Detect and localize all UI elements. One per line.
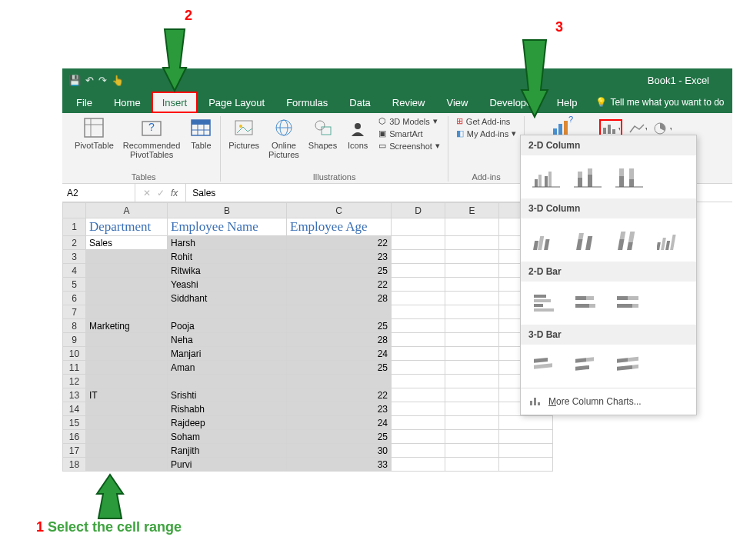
cell[interactable] — [445, 264, 499, 278]
stacked-bar-2d[interactable] — [573, 291, 602, 315]
row-header[interactable]: 18 — [63, 458, 86, 472]
cell[interactable] — [445, 444, 499, 458]
online-pictures-button[interactable]: Online Pictures — [268, 116, 299, 159]
row-header[interactable]: 15 — [63, 416, 86, 430]
save-icon[interactable]: 💾 — [68, 75, 81, 86]
column-header-C[interactable]: C — [287, 203, 392, 218]
clustered-bar-3d[interactable] — [532, 354, 561, 378]
cell[interactable] — [499, 430, 553, 444]
cell[interactable] — [445, 458, 499, 472]
cell[interactable]: Sales — [86, 236, 168, 250]
column-header-E[interactable]: E — [445, 203, 499, 218]
cell[interactable] — [445, 402, 499, 416]
stacked-column-3d[interactable] — [573, 228, 602, 252]
select-all-button[interactable] — [63, 203, 86, 218]
cell[interactable]: Employee Age — [287, 218, 392, 236]
recommended-pivottables-button[interactable]: ? Recommended PivotTables — [123, 116, 181, 159]
tell-me-search[interactable]: 💡 Tell me what you want to do — [595, 92, 724, 113]
more-column-charts[interactable]: More Column Charts... — [521, 388, 696, 415]
cell[interactable] — [86, 402, 168, 416]
cell[interactable] — [392, 305, 445, 319]
cell[interactable] — [86, 416, 168, 430]
row-header[interactable]: 4 — [63, 264, 86, 278]
cell[interactable] — [86, 250, 168, 264]
tab-formulas[interactable]: Formulas — [275, 92, 338, 113]
cell[interactable]: 22 — [287, 236, 392, 250]
cell[interactable] — [499, 458, 553, 472]
cell[interactable] — [392, 250, 445, 264]
redo-icon[interactable]: ↷ — [98, 75, 107, 86]
cell[interactable]: Harsh — [168, 236, 287, 250]
cell[interactable] — [445, 218, 499, 236]
cell[interactable]: 25 — [287, 430, 392, 444]
cell[interactable]: 30 — [287, 444, 392, 458]
my-addins-button[interactable]: ◧My Add-ins ▾ — [456, 128, 516, 138]
table-button[interactable]: Table — [189, 116, 212, 150]
cell[interactable] — [86, 264, 168, 278]
stacked100-column-2d[interactable] — [615, 165, 644, 189]
cell[interactable]: Department — [86, 218, 168, 236]
tab-page-layout[interactable]: Page Layout — [198, 92, 275, 113]
cell[interactable] — [392, 292, 445, 305]
tab-view[interactable]: View — [435, 92, 478, 113]
cell[interactable]: Ranjith — [168, 444, 287, 458]
stacked-column-2d[interactable] — [573, 165, 602, 189]
row-header[interactable]: 3 — [63, 250, 86, 264]
tab-data[interactable]: Data — [338, 92, 381, 113]
fx-icon[interactable]: fx — [171, 188, 178, 198]
undo-icon[interactable]: ↶ — [85, 75, 94, 86]
stacked100-bar-3d[interactable] — [615, 354, 644, 378]
column-header-B[interactable]: B — [168, 203, 287, 218]
pivottable-button[interactable]: PivotTable — [75, 116, 114, 150]
cell[interactable]: 23 — [287, 250, 392, 264]
line-chart-button[interactable]: ▾ — [628, 122, 647, 135]
cell[interactable]: Rishabh — [168, 402, 287, 416]
cell[interactable] — [86, 430, 168, 444]
cell[interactable] — [445, 375, 499, 388]
clustered-column-3d[interactable] — [532, 228, 561, 252]
cell[interactable]: 25 — [287, 361, 392, 375]
screenshot-button[interactable]: ▭Screenshot ▾ — [378, 141, 440, 151]
cell[interactable] — [392, 416, 445, 430]
clustered-bar-2d[interactable] — [532, 291, 561, 315]
row-header[interactable]: 8 — [63, 319, 86, 333]
row-header[interactable]: 11 — [63, 361, 86, 375]
cell[interactable]: Ritwika — [168, 264, 287, 278]
enter-icon[interactable]: ✓ — [157, 188, 165, 198]
cell[interactable] — [392, 278, 445, 292]
pictures-button[interactable]: Pictures — [228, 116, 259, 150]
cell[interactable] — [445, 236, 499, 250]
cell[interactable]: Neha — [168, 333, 287, 347]
cell[interactable] — [392, 444, 445, 458]
touch-mode-icon[interactable]: 👆 — [112, 75, 124, 86]
cell[interactable] — [392, 402, 445, 416]
cell[interactable] — [392, 458, 445, 472]
row-header[interactable]: 7 — [63, 305, 86, 319]
cell[interactable] — [445, 388, 499, 402]
cell[interactable]: Purvi — [168, 458, 287, 472]
cell[interactable]: Soham — [168, 430, 287, 444]
cell[interactable]: Rohit — [168, 250, 287, 264]
cell[interactable] — [86, 292, 168, 305]
cell[interactable] — [287, 375, 392, 388]
pie-chart-button[interactable]: ▾ — [653, 122, 672, 135]
cell[interactable] — [168, 305, 287, 319]
cell[interactable] — [86, 333, 168, 347]
row-header[interactable]: 2 — [63, 236, 86, 250]
cell[interactable]: Manjari — [168, 347, 287, 361]
cell[interactable]: IT — [86, 388, 168, 402]
cell[interactable] — [445, 292, 499, 305]
cell[interactable] — [86, 375, 168, 388]
cell[interactable]: 22 — [287, 388, 392, 402]
cell[interactable]: 25 — [287, 319, 392, 333]
cell[interactable]: 22 — [287, 278, 392, 292]
row-header[interactable]: 10 — [63, 347, 86, 361]
tab-home[interactable]: Home — [103, 92, 152, 113]
cell[interactable] — [392, 218, 445, 236]
row-header[interactable]: 16 — [63, 430, 86, 444]
stacked100-bar-2d[interactable] — [615, 291, 644, 315]
cell[interactable] — [86, 278, 168, 292]
cell[interactable] — [445, 347, 499, 361]
cell[interactable] — [445, 430, 499, 444]
cell[interactable]: Srishti — [168, 388, 287, 402]
